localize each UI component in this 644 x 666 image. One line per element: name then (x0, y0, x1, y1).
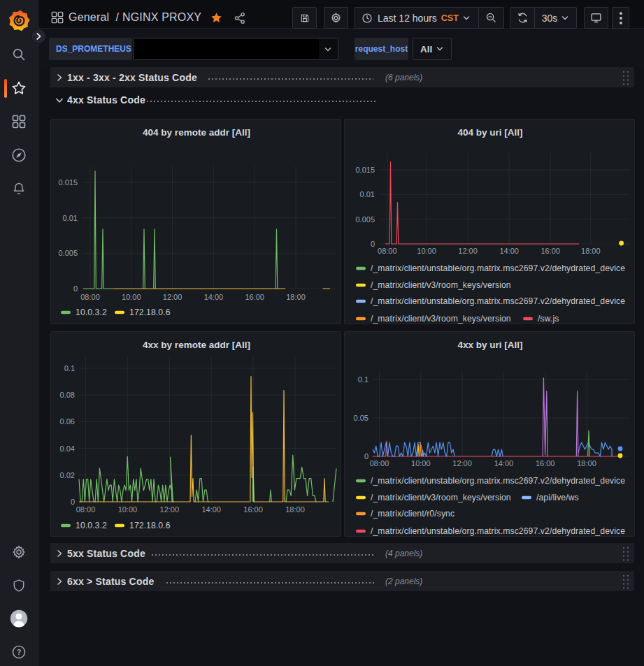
svg-text:0.04: 0.04 (60, 444, 75, 453)
svg-text:0: 0 (71, 498, 75, 506)
svg-text:0.015: 0.015 (355, 166, 375, 174)
svg-text:404 by uri [All]: 404 by uri [All] (457, 127, 522, 138)
svg-text:0.08: 0.08 (60, 391, 75, 399)
svg-text:0.06: 0.06 (60, 417, 75, 426)
svg-text:0.015: 0.015 (58, 178, 78, 187)
svg-text:0: 0 (371, 240, 375, 248)
svg-text:10:00: 10:00 (411, 459, 431, 468)
svg-text:14:00: 14:00 (499, 247, 519, 255)
svg-text:12:00: 12:00 (163, 293, 183, 301)
svg-text:10:00: 10:00 (417, 247, 436, 255)
svg-text:08:00: 08:00 (378, 247, 397, 255)
svg-text:/_matrix/client/unstable/org.m: /_matrix/client/unstable/org.matrix.msc2… (371, 263, 625, 273)
svg-text:18:00: 18:00 (577, 459, 596, 468)
svg-text:/_matrix/client/v3/room_keys/v: /_matrix/client/v3/room_keys/version (371, 314, 511, 324)
svg-text:172.18.0.6: 172.18.0.6 (129, 521, 171, 530)
svg-text:10.0.3.2: 10.0.3.2 (76, 521, 107, 530)
svg-text:/_matrix/client/unstable/org.m: /_matrix/client/unstable/org.matrix.msc2… (371, 526, 625, 536)
svg-text:14:00: 14:00 (204, 293, 224, 301)
svg-text:0.1: 0.1 (358, 375, 368, 384)
svg-text:18:00: 18:00 (285, 505, 305, 514)
svg-text:16:00: 16:00 (536, 459, 555, 468)
svg-text:4xx by uri [All]: 4xx by uri [All] (457, 340, 522, 350)
svg-text:/_matrix/client/v3/room_keys/v: /_matrix/client/v3/room_keys/version (371, 280, 511, 290)
svg-text:0.01: 0.01 (360, 190, 375, 198)
svg-text:10.0.3.2: 10.0.3.2 (76, 307, 107, 317)
svg-text:0.05: 0.05 (354, 414, 368, 422)
svg-text:18:00: 18:00 (581, 247, 601, 255)
svg-text:16:00: 16:00 (243, 505, 263, 514)
svg-text:/_matrix/client/v3/room_keys/v: /_matrix/client/v3/room_keys/version (371, 493, 511, 502)
svg-text:/sw.js: /sw.js (538, 314, 559, 324)
svg-text:?: ? (17, 648, 22, 656)
svg-text:172.18.0.6: 172.18.0.6 (129, 307, 171, 317)
svg-text:12:00: 12:00 (452, 459, 472, 468)
svg-text:/_matrix/client/r0/sync: /_matrix/client/r0/sync (371, 509, 455, 519)
svg-text:/api/live/ws: /api/live/ws (536, 493, 579, 502)
svg-text:14:00: 14:00 (494, 459, 514, 468)
svg-text:08:00: 08:00 (80, 293, 100, 301)
svg-text:0: 0 (364, 452, 368, 461)
svg-text:12:00: 12:00 (458, 247, 478, 255)
svg-text:10:00: 10:00 (118, 505, 138, 514)
svg-text:10:00: 10:00 (122, 293, 141, 301)
svg-text:16:00: 16:00 (541, 247, 560, 255)
svg-text:0.02: 0.02 (60, 471, 75, 479)
svg-text:/_matrix/client/unstable/org.m: /_matrix/client/unstable/org.matrix.msc2… (371, 296, 625, 306)
svg-text:0.005: 0.005 (355, 215, 375, 224)
svg-text:0.005: 0.005 (58, 249, 78, 257)
svg-text:16:00: 16:00 (245, 293, 264, 301)
svg-text:404 by remote addr [All]: 404 by remote addr [All] (143, 127, 250, 138)
svg-text:12:00: 12:00 (160, 505, 180, 514)
svg-text:/_matrix/client/unstable/org.m: /_matrix/client/unstable/org.matrix.msc2… (371, 476, 625, 486)
svg-text:4xx by remote addr [All]: 4xx by remote addr [All] (143, 340, 250, 350)
svg-text:0.1: 0.1 (64, 364, 75, 372)
svg-text:14:00: 14:00 (201, 505, 221, 514)
svg-text:18:00: 18:00 (286, 293, 306, 301)
svg-text:0: 0 (73, 284, 78, 293)
svg-text:0.01: 0.01 (63, 214, 78, 222)
svg-text:08:00: 08:00 (76, 505, 96, 514)
svg-text:08:00: 08:00 (370, 459, 389, 468)
